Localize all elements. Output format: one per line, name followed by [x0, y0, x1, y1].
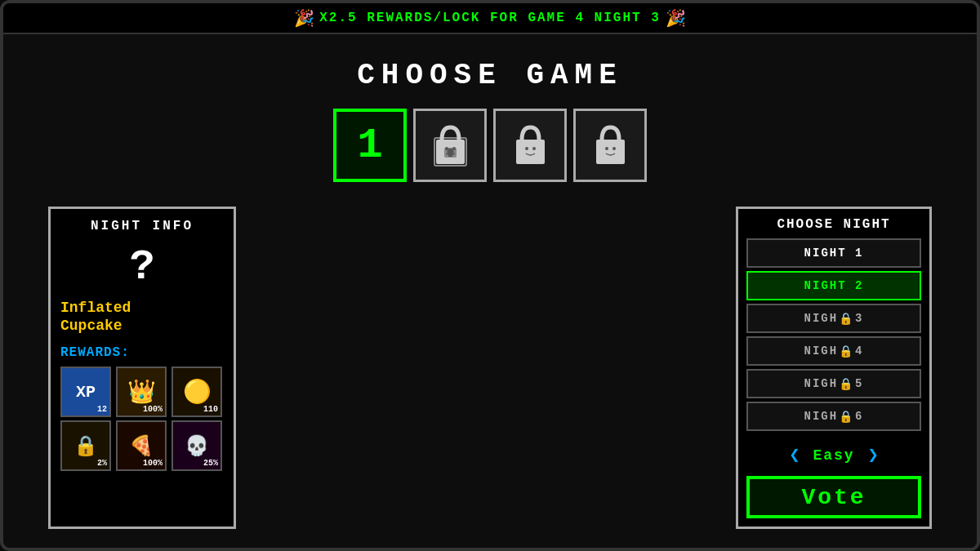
center-spacer — [261, 207, 711, 529]
night-2-label: NIGHT 2 — [804, 279, 864, 292]
xp-label: XP — [76, 383, 96, 402]
difficulty-row: ❮ Easy ❯ — [746, 444, 921, 466]
reward-coin: 🟡 110 — [172, 367, 222, 417]
night-info-name2: Cupcake — [60, 318, 224, 334]
confetti-right-icon: 🎉 — [666, 8, 686, 29]
night-item-1[interactable]: NIGHT 1 — [746, 238, 921, 268]
game-slot-3-lock-icon — [508, 119, 553, 172]
game-slot-2-lock-icon — [428, 119, 473, 172]
night-4-label-prefix: NIGH — [804, 344, 838, 358]
night-3-label-suffix: 3 — [855, 312, 863, 325]
game-slot-1[interactable]: 1 — [333, 109, 407, 182]
night-1-label: NIGHT 1 — [804, 247, 864, 260]
night-info-question: ? — [60, 243, 224, 291]
night-list: NIGHT 1 NIGHT 2 NIGH 🔒 3 NIGH — [746, 238, 921, 431]
choose-night-title: CHOOSE NIGHT — [746, 217, 921, 232]
choose-game-title: CHOOSE GAME — [357, 59, 623, 92]
svg-point-5 — [445, 147, 448, 150]
game-slot-1-label: 1 — [357, 122, 382, 170]
night-6-label-suffix: 6 — [855, 410, 863, 423]
rewards-grid: XP 12 👑 100% 🟡 — [60, 367, 224, 471]
choose-night-panel: CHOOSE NIGHT NIGHT 1 NIGHT 2 NIGH 🔒 3 — [736, 207, 932, 529]
xp-amount: 12 — [97, 405, 107, 414]
difficulty-label: Easy — [813, 447, 854, 464]
night-5-label-prefix: NIGH — [804, 377, 838, 390]
svg-point-12 — [612, 147, 616, 150]
reward-skull: 💀 25% — [172, 420, 222, 471]
svg-point-9 — [532, 147, 536, 150]
night-6-label-prefix: NIGH — [804, 410, 838, 423]
pizza-icon: 🍕 — [129, 434, 154, 458]
content-area: CHOOSE GAME 1 — [3, 34, 977, 548]
svg-rect-10 — [596, 140, 625, 164]
crown-amount: 100% — [143, 405, 163, 414]
reward-crown: 👑 100% — [116, 367, 167, 417]
skull-amount: 25% — [203, 459, 218, 468]
skull-icon: 💀 — [185, 434, 209, 458]
night-3-label-prefix: NIGH — [804, 312, 838, 325]
difficulty-right-arrow[interactable]: ❯ — [868, 444, 879, 466]
night-3-lock-icon: 🔒 — [839, 312, 854, 326]
game-slot-2[interactable] — [413, 109, 487, 182]
banner-text: X2.5 REWARDS/LOCK FOR GAME 4 NIGHT 3 — [319, 11, 661, 25]
night-5-lock-icon: 🔒 — [839, 377, 854, 391]
vote-button[interactable]: Vote — [746, 476, 921, 518]
night-item-5[interactable]: NIGH 🔒 5 — [746, 369, 921, 398]
lock-amount: 2% — [97, 459, 107, 468]
night-item-6[interactable]: NIGH 🔒 6 — [746, 402, 921, 431]
svg-rect-7 — [516, 140, 545, 164]
night-item-2[interactable]: NIGHT 2 — [746, 271, 921, 300]
coin-icon: 🟡 — [183, 378, 212, 406]
night-info-title: NIGHT INFO — [60, 219, 224, 233]
night-6-lock-icon: 🔒 — [839, 410, 854, 424]
svg-rect-4 — [448, 152, 452, 157]
night-item-3[interactable]: NIGH 🔒 3 — [746, 304, 921, 333]
night-5-label-suffix: 5 — [855, 377, 863, 390]
pizza-amount: 100% — [143, 459, 163, 468]
game-slot-3[interactable] — [493, 109, 567, 182]
reward-pizza: 🍕 100% — [116, 420, 167, 471]
main-container: 🎉 X2.5 REWARDS/LOCK FOR GAME 4 NIGHT 3 🎉… — [0, 0, 980, 551]
svg-point-6 — [452, 147, 456, 150]
night-4-label-suffix: 4 — [855, 344, 863, 358]
night-4-lock-icon: 🔒 — [839, 344, 854, 358]
game-selection-row: 1 — [333, 109, 647, 182]
svg-point-8 — [525, 147, 528, 150]
lock-reward-icon: 🔒 — [74, 434, 98, 458]
coin-amount: 110 — [203, 405, 218, 414]
night-info-name1: Inflated — [60, 300, 224, 316]
top-banner: 🎉 X2.5 REWARDS/LOCK FOR GAME 4 NIGHT 3 🎉 — [3, 3, 977, 34]
reward-lock: 🔒 2% — [60, 420, 111, 471]
difficulty-left-arrow[interactable]: ❮ — [789, 444, 800, 466]
confetti-left-icon: 🎉 — [294, 8, 314, 29]
game-slot-4[interactable] — [573, 109, 647, 182]
night-info-panel: NIGHT INFO ? Inflated Cupcake REWARDS: X… — [48, 207, 236, 529]
game-slot-4-lock-icon — [588, 119, 633, 172]
reward-xp: XP 12 — [60, 367, 111, 417]
night-item-4[interactable]: NIGH 🔒 4 — [746, 336, 921, 366]
crown-icon: 👑 — [127, 378, 156, 406]
svg-point-11 — [605, 147, 608, 150]
rewards-label: REWARDS: — [60, 345, 224, 360]
